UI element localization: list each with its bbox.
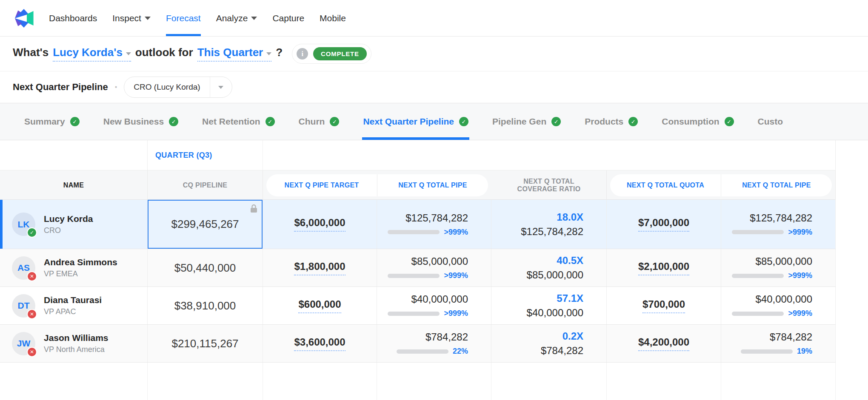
header-pill-group-1: NEXT Q PIPE TARGET NEXT Q TOTAL PIPE (266, 174, 488, 196)
question-middle: outlook for (135, 46, 193, 59)
forecast-table: QUARTER (Q3) NAME CQ PIPELINE NEXT Q PIP… (0, 140, 868, 400)
person-name: Diana Taurasi (44, 295, 102, 305)
person-name: Lucy Korda (44, 214, 93, 224)
info-icon[interactable]: i (297, 48, 308, 60)
coverage-ratio-cell: 40.5X $85,000,000 (491, 249, 607, 287)
quota-cell[interactable]: $700,000 (607, 287, 721, 324)
tab-consumption[interactable]: Consumption✓ (662, 103, 734, 140)
check-circle-icon: ✓ (459, 117, 468, 126)
forecast-tab-bar: Summary✓ New Business✓ Net Retention✓ Ch… (0, 103, 868, 140)
pipe-target-cell[interactable]: $6,000,000 (263, 200, 377, 249)
check-circle-icon: ✓ (330, 117, 339, 126)
chevron-down-icon (251, 17, 257, 20)
avatar: DT ✕ (12, 294, 35, 318)
column-header-row: NAME CQ PIPELINE NEXT Q PIPE TARGET NEXT… (0, 170, 836, 200)
coverage-percent: >999% (788, 271, 812, 280)
progress-bar (388, 230, 440, 234)
total-pipe-cell: $85,000,000 >999% (377, 249, 491, 287)
tab-pipeline-gen[interactable]: Pipeline Gen✓ (492, 103, 561, 140)
tab-churn[interactable]: Churn✓ (299, 103, 340, 140)
tab-net-retention[interactable]: Net Retention✓ (202, 103, 275, 140)
total-pipe-cell-2: $40,000,000 >999% (721, 287, 836, 324)
coverage-percent: 22% (453, 347, 468, 356)
column-header-next-q-pipe-target[interactable]: NEXT Q PIPE TARGET (266, 174, 377, 196)
tab-next-quarter-pipeline[interactable]: Next Quarter Pipeline✓ (363, 103, 468, 140)
clari-logo[interactable] (14, 9, 35, 28)
table-row: JW ✕ Jason Williams VP North America $21… (0, 325, 836, 363)
nav-item-inspect[interactable]: Inspect (112, 0, 151, 36)
top-nav: Dashboards Inspect Forecast Analyze Capt… (0, 0, 868, 37)
cross-badge-icon: ✕ (27, 347, 37, 357)
person-cell-jason-williams[interactable]: JW ✕ Jason Williams VP North America (0, 325, 148, 362)
coverage-percent: >999% (444, 228, 468, 237)
period-selector[interactable]: This Quarter (197, 46, 272, 62)
pipe-target-cell[interactable]: $1,800,000 (263, 249, 377, 287)
metric-selector-bar: Next Quarter Pipeline • CRO (Lucy Korda) (0, 71, 868, 103)
person-cell-andrea-simmons[interactable]: AS ✕ Andrea Simmons VP EMEA (0, 249, 148, 287)
nav-item-dashboards[interactable]: Dashboards (49, 0, 97, 36)
column-header-next-q-total-quota[interactable]: NEXT Q TOTAL QUOTA (610, 174, 721, 196)
coverage-ratio-cell: 57.1X $40,000,000 (491, 287, 607, 324)
nav-item-analyze[interactable]: Analyze (216, 0, 257, 36)
dot-separator: • (115, 83, 117, 91)
total-pipe-cell-2: $784,282 19% (721, 325, 836, 362)
person-role: VP North America (44, 345, 108, 354)
total-pipe-cell: $125,784,282 >999% (377, 200, 491, 249)
cq-pipeline-cell[interactable]: $210,115,267 (148, 325, 263, 362)
person-cell-diana-taurasi[interactable]: DT ✕ Diana Taurasi VP APAC (0, 287, 148, 324)
question-suffix: ? (276, 46, 283, 59)
coverage-percent: >999% (788, 228, 812, 237)
cq-pipeline-cell[interactable]: $299,465,267 (148, 200, 263, 249)
check-circle-icon: ✓ (266, 117, 275, 126)
person-cell-lucy-korda[interactable]: LK ✓ Lucy Korda CRO (0, 200, 148, 249)
total-pipe-cell: $40,000,000 >999% (377, 287, 491, 324)
tab-new-business[interactable]: New Business✓ (103, 103, 178, 140)
total-pipe-cell: $784,282 22% (377, 325, 491, 362)
question-prefix: What's (13, 46, 49, 59)
progress-bar (388, 274, 440, 278)
check-circle-icon: ✓ (725, 117, 734, 126)
empty-row (0, 363, 836, 400)
quarter-group-header-row: QUARTER (Q3) (0, 140, 836, 170)
cq-pipeline-cell[interactable]: $38,910,000 (148, 287, 263, 324)
dropdown-caret[interactable] (210, 77, 232, 97)
column-header-coverage-ratio: NEXT Q TOTAL COVERAGE RATIO (491, 170, 607, 200)
column-header-next-q-total-pipe-2[interactable]: NEXT Q TOTAL PIPE (721, 174, 832, 196)
person-role: VP EMEA (44, 270, 117, 278)
total-pipe-cell-2: $85,000,000 >999% (721, 249, 836, 287)
tab-products[interactable]: Products✓ (585, 103, 638, 140)
cross-badge-icon: ✕ (27, 309, 37, 319)
avatar: LK ✓ (12, 213, 35, 236)
progress-bar (397, 349, 448, 354)
nav-item-mobile[interactable]: Mobile (320, 0, 346, 36)
metric-title: Next Quarter Pipeline (13, 82, 108, 93)
nav-item-forecast[interactable]: Forecast (166, 0, 201, 36)
column-header-cq-pipeline: CQ PIPELINE (148, 170, 263, 200)
outlook-question-bar: What's Lucy Korda's outlook for This Qua… (0, 37, 868, 71)
owner-dropdown-value: CRO (Lucy Korda) (124, 82, 209, 92)
tab-summary[interactable]: Summary✓ (24, 103, 80, 140)
chevron-down-icon (145, 17, 151, 20)
pipe-target-cell[interactable]: $600,000 (263, 287, 377, 324)
cq-pipeline-cell[interactable]: $50,440,000 (148, 249, 263, 287)
coverage-ratio-cell: 0.2X $784,282 (491, 325, 607, 362)
person-name: Andrea Simmons (44, 257, 117, 267)
coverage-percent: >999% (788, 309, 812, 318)
quota-cell[interactable]: $4,200,000 (607, 325, 721, 362)
progress-bar (732, 274, 784, 278)
coverage-percent: >999% (444, 309, 468, 318)
check-circle-icon: ✓ (551, 117, 561, 126)
tab-customers[interactable]: Custo (758, 103, 783, 140)
check-circle-icon: ✓ (628, 117, 638, 126)
quota-cell[interactable]: $2,100,000 (607, 249, 721, 287)
quota-cell[interactable]: $7,000,000 (607, 200, 721, 249)
table-row: AS ✕ Andrea Simmons VP EMEA $50,440,000 … (0, 249, 836, 287)
person-selector[interactable]: Lucy Korda's (53, 46, 131, 62)
pipe-target-cell[interactable]: $3,600,000 (263, 325, 377, 362)
nav-item-capture[interactable]: Capture (272, 0, 304, 36)
coverage-percent: 19% (797, 347, 812, 356)
avatar: AS ✕ (12, 256, 35, 280)
owner-dropdown[interactable]: CRO (Lucy Korda) (124, 77, 232, 98)
column-header-next-q-total-pipe[interactable]: NEXT Q TOTAL PIPE (377, 174, 488, 196)
total-pipe-cell-2: $125,784,282 >999% (721, 200, 836, 249)
